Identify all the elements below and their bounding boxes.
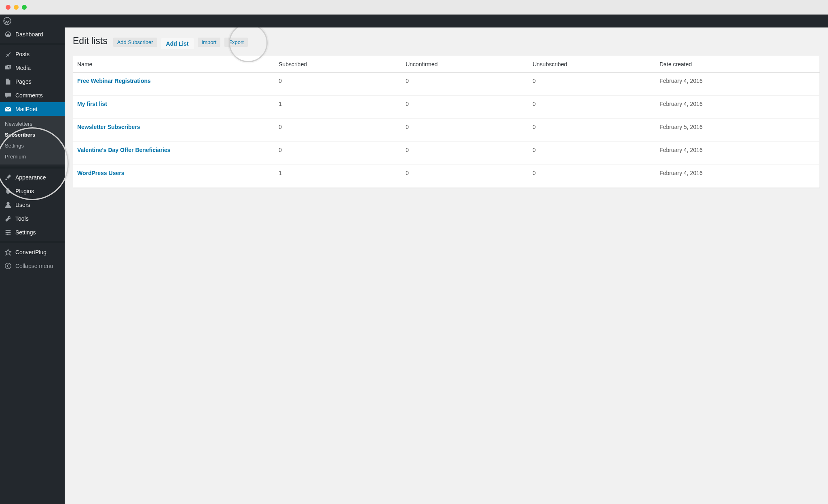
sidebar-item-plugins[interactable]: Plugins: [0, 184, 65, 198]
sidebar-item-tools[interactable]: Tools: [0, 212, 65, 226]
cell-date: February 4, 2016: [655, 96, 820, 119]
cell-subscribed: 1: [275, 96, 401, 119]
brush-icon: [4, 174, 12, 181]
sidebar-item-convertplug[interactable]: ConvertPlug: [0, 245, 65, 259]
sidebar-item-posts[interactable]: Posts: [0, 47, 65, 61]
submenu-item-subscribers[interactable]: Subscribers: [0, 129, 65, 140]
sidebar-item-label: Dashboard: [15, 31, 43, 38]
cell-date: February 4, 2016: [655, 165, 820, 188]
cell-date: February 5, 2016: [655, 119, 820, 142]
admin-sidebar: Dashboard Posts Media Pages Commen: [0, 27, 65, 504]
window-minimize-icon[interactable]: [14, 5, 19, 10]
window-titlebar: [0, 0, 828, 15]
table-header-row: Name Subscribed Unconfirmed Unsubscribed…: [73, 56, 820, 73]
cell-date: February 4, 2016: [655, 73, 820, 96]
window-zoom-icon[interactable]: [22, 5, 27, 10]
page-heading-row: Edit lists Add Subscriber Add List Impor…: [73, 36, 820, 48]
comments-icon: [4, 92, 12, 99]
submenu-item-newsletters[interactable]: Newsletters: [0, 118, 65, 129]
table-row: Valentine's Day Offer Beneficiaries000Fe…: [73, 142, 820, 165]
sidebar-item-settings[interactable]: Settings: [0, 226, 65, 239]
sidebar-item-dashboard[interactable]: Dashboard: [0, 27, 65, 41]
collapse-label: Collapse menu: [15, 263, 53, 269]
cell-subscribed: 0: [275, 119, 401, 142]
export-button[interactable]: Export: [224, 38, 248, 47]
menu-separator: [0, 167, 65, 169]
col-header-name[interactable]: Name: [73, 56, 275, 73]
media-icon: [4, 64, 12, 72]
user-icon: [4, 201, 12, 209]
table-row: WordPress Users100February 4, 2016: [73, 165, 820, 188]
table-row: Free Webinar Registrations000February 4,…: [73, 73, 820, 96]
sidebar-item-label: Tools: [15, 215, 29, 222]
cell-unsubscribed: 0: [528, 73, 655, 96]
wordpress-logo-icon[interactable]: [2, 15, 13, 27]
sliders-icon: [4, 229, 12, 236]
admin-bar: [0, 15, 828, 27]
pin-icon: [4, 51, 12, 58]
cell-unconfirmed: 0: [401, 142, 528, 165]
sidebar-item-comments[interactable]: Comments: [0, 89, 65, 102]
cell-unconfirmed: 0: [401, 96, 528, 119]
list-name-link[interactable]: My first list: [77, 101, 107, 107]
sidebar-item-label: Comments: [15, 92, 43, 99]
cell-unconfirmed: 0: [401, 119, 528, 142]
list-name-link[interactable]: Free Webinar Registrations: [77, 78, 151, 84]
cell-unsubscribed: 0: [528, 96, 655, 119]
col-header-unconfirmed[interactable]: Unconfirmed: [401, 56, 528, 73]
sidebar-item-label: MailPoet: [15, 106, 37, 112]
menu-separator: [0, 241, 65, 243]
cell-subscribed: 1: [275, 165, 401, 188]
collapse-menu-button[interactable]: Collapse menu: [0, 259, 65, 273]
pages-icon: [4, 78, 12, 85]
list-name-link[interactable]: Newsletter Subscribers: [77, 124, 140, 130]
mailpoet-submenu: Newsletters Subscribers Settings Premium: [0, 116, 65, 164]
menu-separator: [0, 43, 65, 45]
cell-unconfirmed: 0: [401, 165, 528, 188]
submenu-item-settings[interactable]: Settings: [0, 140, 65, 151]
sidebar-item-label: Plugins: [15, 188, 34, 194]
sidebar-item-label: ConvertPlug: [15, 249, 46, 255]
sidebar-item-mailpoet[interactable]: MailPoet: [0, 102, 65, 116]
window-close-icon[interactable]: [6, 5, 11, 10]
col-header-subscribed[interactable]: Subscribed: [275, 56, 401, 73]
sidebar-item-label: Settings: [15, 229, 36, 236]
svg-point-3: [6, 202, 9, 205]
list-name-link[interactable]: Valentine's Day Offer Beneficiaries: [77, 147, 171, 153]
col-header-date[interactable]: Date created: [655, 56, 820, 73]
sidebar-item-appearance[interactable]: Appearance: [0, 171, 65, 184]
table-row: Newsletter Subscribers000February 5, 201…: [73, 119, 820, 142]
sidebar-item-media[interactable]: Media: [0, 61, 65, 75]
import-button[interactable]: Import: [198, 38, 221, 47]
svg-rect-2: [5, 107, 11, 112]
sidebar-item-users[interactable]: Users: [0, 198, 65, 212]
wrench-icon: [4, 215, 12, 222]
main-content: Edit lists Add Subscriber Add List Impor…: [65, 27, 828, 504]
lists-table: Name Subscribed Unconfirmed Unsubscribed…: [73, 56, 820, 188]
svg-point-7: [5, 263, 11, 269]
cell-unconfirmed: 0: [401, 73, 528, 96]
sidebar-item-label: Posts: [15, 51, 30, 57]
cell-unsubscribed: 0: [528, 119, 655, 142]
col-header-unsubscribed[interactable]: Unsubscribed: [528, 56, 655, 73]
collapse-icon: [4, 262, 12, 270]
add-list-button[interactable]: Add List: [161, 38, 194, 49]
sidebar-item-label: Pages: [15, 78, 32, 85]
svg-point-1: [8, 66, 9, 68]
cell-date: February 4, 2016: [655, 142, 820, 165]
svg-point-4: [6, 230, 8, 232]
cell-subscribed: 0: [275, 142, 401, 165]
list-name-link[interactable]: WordPress Users: [77, 170, 124, 176]
svg-point-5: [8, 232, 10, 233]
page-title: Edit lists: [73, 36, 108, 46]
add-subscriber-button[interactable]: Add Subscriber: [113, 38, 157, 47]
svg-point-6: [7, 234, 8, 235]
plug-icon: [4, 188, 12, 195]
table-row: My first list100February 4, 2016: [73, 96, 820, 119]
dashboard-icon: [4, 31, 12, 38]
cell-unsubscribed: 0: [528, 142, 655, 165]
submenu-item-premium[interactable]: Premium: [0, 151, 65, 162]
envelope-icon: [4, 105, 12, 113]
cell-subscribed: 0: [275, 73, 401, 96]
sidebar-item-pages[interactable]: Pages: [0, 75, 65, 89]
